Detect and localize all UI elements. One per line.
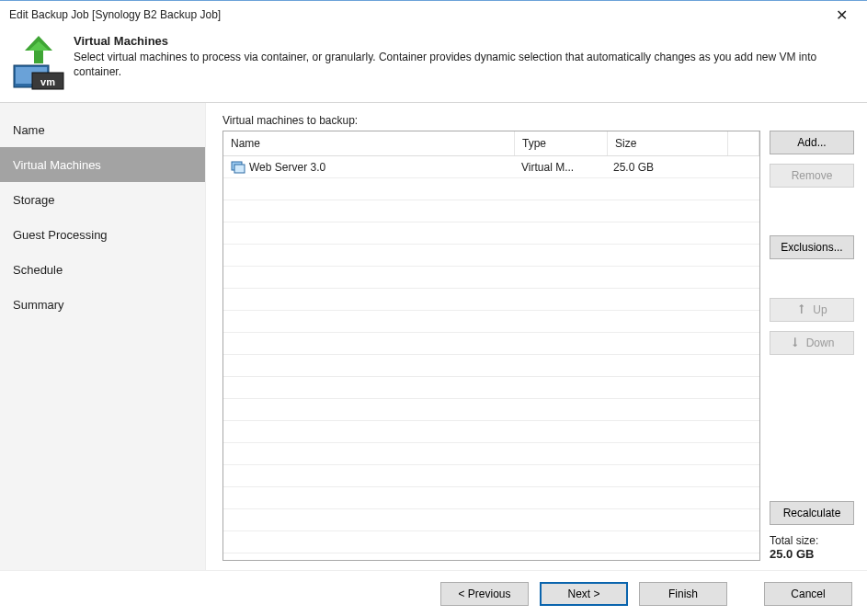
list-label: Virtual machines to backup: <box>222 114 854 127</box>
table-row-empty <box>223 509 759 531</box>
vm-grid[interactable]: Name Type Size Web Server 3.0 <box>222 131 760 561</box>
nav-step-name[interactable]: Name <box>0 112 205 147</box>
down-button[interactable]: 🠗Down <box>770 331 854 355</box>
svg-rect-7 <box>234 165 245 173</box>
finish-button[interactable]: Finish <box>639 582 727 606</box>
arrow-down-icon: 🠗 <box>790 337 801 349</box>
table-row-empty <box>223 311 759 333</box>
table-row-empty <box>223 487 759 509</box>
cancel-button[interactable]: Cancel <box>764 582 852 606</box>
table-row-empty <box>223 333 759 355</box>
svg-text:vm: vm <box>40 76 55 87</box>
table-row-empty <box>223 377 759 399</box>
exclusions-button[interactable]: Exclusions... <box>770 235 854 259</box>
total-size-label: Total size: <box>770 534 854 547</box>
side-buttons: Add... Remove Exclusions... 🠕Up 🠗Down Re… <box>770 131 854 561</box>
titlebar: Edit Backup Job [Synology B2 Backup Job]… <box>0 1 867 29</box>
window-title: Edit Backup Job [Synology B2 Backup Job] <box>9 8 823 21</box>
close-icon[interactable]: ✕ <box>823 6 860 24</box>
cell-size: 25.0 GB <box>606 161 725 174</box>
col-type[interactable]: Type <box>515 131 608 155</box>
total-size-value: 25.0 GB <box>770 547 854 561</box>
nav-step-guest-processing[interactable]: Guest Processing <box>0 217 205 252</box>
add-button[interactable]: Add... <box>770 131 854 154</box>
wizard-header: vm Virtual Machines Select virtual machi… <box>0 29 867 103</box>
cell-name: Web Server 3.0 <box>223 160 514 175</box>
nav-step-virtual-machines[interactable]: Virtual Machines <box>0 147 205 182</box>
table-row-empty <box>223 289 759 311</box>
grid-body: Web Server 3.0 Virtual M... 25.0 GB <box>223 156 759 560</box>
wizard-nav: Name Virtual Machines Storage Guest Proc… <box>0 103 206 570</box>
table-row-empty <box>223 443 759 465</box>
previous-button[interactable]: < Previous <box>440 582 529 606</box>
col-name[interactable]: Name <box>223 131 515 155</box>
table-row[interactable]: Web Server 3.0 Virtual M... 25.0 GB <box>223 156 759 178</box>
page-description: Select virtual machines to process via c… <box>74 50 858 79</box>
table-row-empty <box>223 531 759 553</box>
col-rest <box>728 131 759 155</box>
grid-header: Name Type Size <box>223 131 759 156</box>
nav-step-storage[interactable]: Storage <box>0 182 205 217</box>
vm-arrow-icon: vm <box>9 32 68 91</box>
table-row-empty <box>223 245 759 267</box>
table-row-empty <box>223 399 759 421</box>
recalculate-button[interactable]: Recalculate <box>770 501 854 525</box>
vm-icon <box>231 160 245 175</box>
col-size[interactable]: Size <box>608 131 728 155</box>
table-row-empty <box>223 465 759 487</box>
dialog-window: Edit Backup Job [Synology B2 Backup Job]… <box>0 0 867 616</box>
table-row-empty <box>223 421 759 443</box>
nav-step-schedule[interactable]: Schedule <box>0 252 205 287</box>
table-row-empty <box>223 200 759 222</box>
page-heading: Virtual Machines <box>74 34 858 48</box>
arrow-up-icon: 🠕 <box>796 303 807 316</box>
up-button[interactable]: 🠕Up <box>770 298 854 322</box>
remove-button[interactable]: Remove <box>770 164 854 188</box>
table-row-empty <box>223 355 759 377</box>
table-row-empty <box>223 222 759 245</box>
table-row-empty <box>223 178 759 200</box>
next-button[interactable]: Next > <box>540 582 628 606</box>
table-row-empty <box>223 267 759 289</box>
nav-step-summary[interactable]: Summary <box>0 287 205 322</box>
cell-type: Virtual M... <box>514 161 606 174</box>
wizard-footer: < Previous Next > Finish Cancel <box>0 570 867 616</box>
vm-name: Web Server 3.0 <box>249 161 325 174</box>
